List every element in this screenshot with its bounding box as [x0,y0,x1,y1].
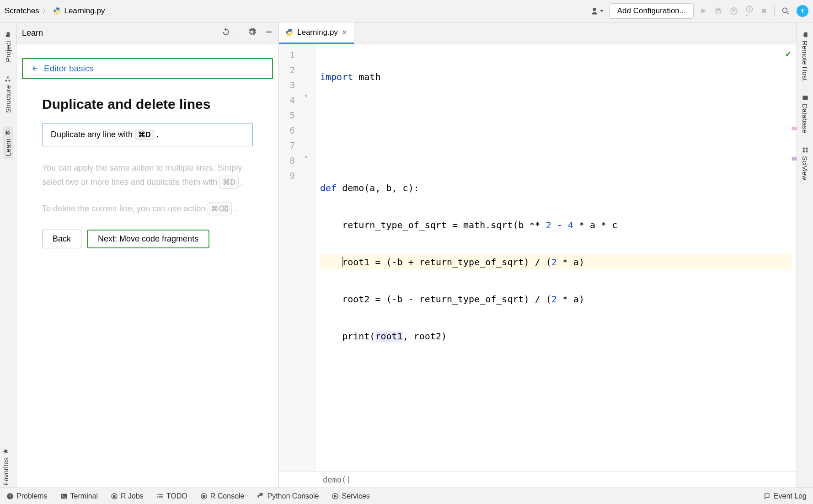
stripe-mark[interactable] [792,157,797,161]
svg-rect-14 [10,494,10,497]
lesson-title: Duplicate and delete lines [42,97,278,112]
close-icon[interactable]: ✕ [342,28,348,37]
line-number: 2 [279,62,315,77]
restart-icon[interactable] [221,27,230,39]
svg-rect-16 [61,493,67,499]
svg-rect-10 [806,150,808,152]
add-configuration-button[interactable]: Add Configuration... [610,3,694,19]
line-number: 1 [279,47,315,62]
fold-end-icon[interactable]: ▴ [305,153,308,160]
favorites-rail: Favorites [0,446,16,488]
stripe-mark[interactable] [792,127,797,130]
editor-context-breadcrumb[interactable]: demo() [279,471,797,488]
toolbar-separator [774,5,775,16]
error-stripe[interactable] [792,44,797,471]
editor-tabs: Learning.py ✕ [279,22,797,44]
back-button[interactable]: Back [42,230,81,248]
shortcut-key: ⌘D [135,130,154,139]
line-number: 6 [279,123,315,138]
next-button[interactable]: Next: Move code fragments [87,230,209,248]
minimize-icon[interactable] [265,28,273,38]
svg-rect-6 [804,32,807,38]
line-number: 5 [279,107,315,123]
favorites-tool-button[interactable]: Favorites [0,446,11,488]
python-console-tool-button[interactable]: Python Console [257,492,319,500]
breadcrumb: Scratches 〉 Learning.py [5,6,105,16]
svg-rect-1 [762,9,766,13]
problems-tool-button[interactable]: Problems [6,492,48,500]
editor-tab[interactable]: Learning.py ✕ [279,22,354,44]
lesson-step-upcoming-1: You can apply the same action to multipl… [42,161,253,189]
editor-gutter: 1 2 3 4 5 6 7 8 9 [279,44,316,471]
panel-separator [239,28,239,39]
learn-panel-title: Learn [22,28,43,38]
inspection-ok-icon[interactable]: ✔ [786,48,791,59]
svg-point-2 [782,8,787,12]
learn-tool-button[interactable]: Learn [3,127,13,159]
svg-rect-4 [9,80,11,81]
stop-icon[interactable] [760,7,768,15]
database-tool-button[interactable]: Database [801,95,809,133]
learn-panel-header: Learn [16,22,278,44]
event-log-tool-button[interactable]: Event Log [764,492,807,500]
left-tool-rail: Project Structure Learn [0,22,16,488]
search-icon[interactable] [781,6,790,16]
lesson-breadcrumb-label: Editor basics [44,64,94,74]
project-tool-button[interactable]: Project [4,32,12,62]
gear-icon[interactable] [247,27,257,39]
lesson-breadcrumb-link[interactable]: Editor basics [22,58,273,79]
python-file-icon [53,6,62,16]
debug-icon[interactable] [714,6,723,16]
svg-text:R: R [113,494,116,498]
line-number: 4 [279,92,315,107]
services-tool-button[interactable]: Services [332,492,369,500]
learn-panel: Learn Editor basics Duplicate and delete… [16,22,279,488]
coverage-icon[interactable] [729,6,738,16]
run-icon[interactable] [699,7,707,15]
line-number: 7 [279,138,315,153]
editor-area: Learning.py ✕ 1 2 3 4 5 6 7 8 9 ▾ ▴ impo… [279,22,797,488]
editor-tab-label: Learning.py [297,28,338,37]
terminal-tool-button[interactable]: Terminal [60,492,98,500]
breadcrumb-file[interactable]: Learning.py [64,6,105,16]
rconsole-tool-button[interactable]: R R Console [200,492,245,500]
line-number: 3 [279,77,315,92]
top-toolbar: Scratches 〉 Learning.py Add Configuratio… [0,0,813,22]
svg-rect-5 [7,76,9,78]
svg-rect-9 [806,148,808,150]
code-editor[interactable]: 1 2 3 4 5 6 7 8 9 ▾ ▴ import math def de… [279,44,797,471]
todo-tool-button[interactable]: TODO [156,492,187,500]
svg-rect-15 [10,497,10,498]
user-menu-button[interactable] [589,6,604,16]
bottom-tool-bar: Problems Terminal R R Jobs TODO R R Cons… [0,488,813,504]
shortcut-key: ⌘D [219,176,239,189]
lesson-step-upcoming-2: To delete the current line, you can use … [42,202,253,216]
code-content[interactable]: import math def demo(a, b, c): return_ty… [316,44,797,471]
profiler-icon[interactable] [745,5,754,17]
sciview-tool-button[interactable]: SciView [801,147,809,180]
breadcrumb-sep: 〉 [42,6,50,16]
line-number: 8 [279,153,315,168]
right-tool-rail: Remote Host Database SciView [797,22,813,488]
shortcut-key: ⌘⌫ [208,202,232,215]
remote-host-tool-button[interactable]: Remote Host [801,32,809,81]
svg-rect-11 [802,148,804,150]
rjobs-tool-button[interactable]: R R Jobs [111,492,144,500]
line-number: 9 [279,168,315,183]
breadcrumb-root[interactable]: Scratches [5,6,39,16]
svg-text:R: R [203,494,205,498]
toolbar-right: Add Configuration... [589,3,808,19]
structure-tool-button[interactable]: Structure [4,76,12,113]
update-icon[interactable] [797,5,808,17]
svg-rect-3 [5,80,7,81]
svg-rect-7 [803,34,803,36]
python-file-icon [285,28,294,37]
svg-rect-12 [802,150,804,152]
fold-toggle-icon[interactable]: ▾ [305,92,308,99]
lesson-step-current: Duplicate any line with ⌘D . [42,123,253,146]
